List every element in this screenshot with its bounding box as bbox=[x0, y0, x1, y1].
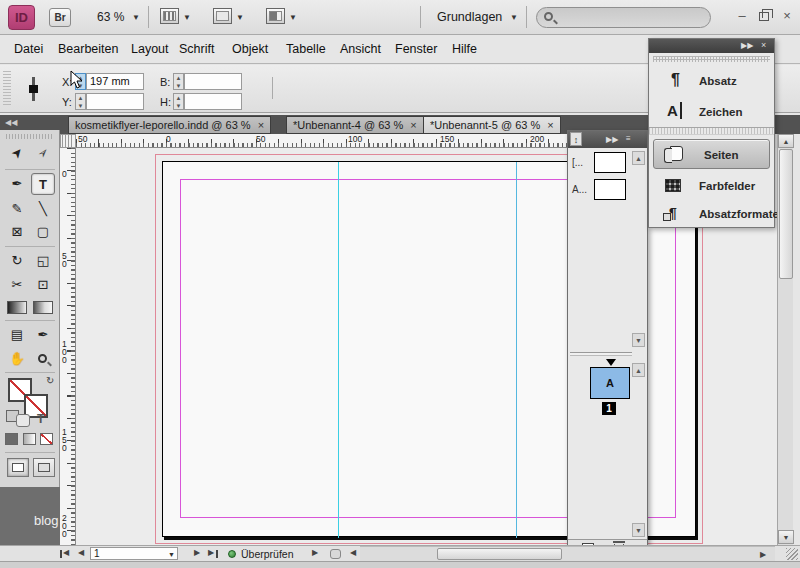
page-number-badge[interactable]: 1 bbox=[602, 402, 616, 415]
spin-up-icon[interactable]: ▲ bbox=[174, 74, 183, 82]
menu-fenster[interactable]: Fenster bbox=[395, 42, 437, 56]
pencil-tool-icon[interactable]: ✎ bbox=[5, 198, 29, 220]
dock-item-absatzformate[interactable]: ¶ Absatzformate bbox=[649, 199, 774, 229]
scrollbar-thumb[interactable] bbox=[779, 149, 793, 279]
rotate-tool-icon[interactable]: ↻ bbox=[5, 250, 29, 272]
line-tool-icon[interactable]: ╲ bbox=[31, 198, 55, 220]
tools-panel-header[interactable]: ◀◀ bbox=[0, 115, 60, 130]
gradient-feather-tool-icon[interactable] bbox=[31, 297, 55, 319]
resize-grip[interactable] bbox=[786, 548, 798, 560]
zoom-level-value[interactable]: 63 % bbox=[97, 10, 124, 24]
spin-up-icon[interactable]: ▲ bbox=[76, 94, 85, 102]
eyedropper-tool-icon[interactable]: ✒ bbox=[31, 324, 55, 346]
dock-item-zeichen[interactable]: A Zeichen bbox=[649, 97, 774, 127]
x-field[interactable]: 197 mm bbox=[86, 73, 144, 90]
master-none-label[interactable]: [... bbox=[572, 157, 583, 168]
column-guide[interactable] bbox=[338, 162, 339, 538]
rectangle-tool-icon[interactable]: ▢ bbox=[31, 221, 55, 243]
master-a-label[interactable]: A... bbox=[572, 184, 587, 195]
scale-tool-icon[interactable]: ◱ bbox=[31, 250, 55, 272]
tab-unbenannt-5[interactable]: *Unbenannt-5 @ 63 %× bbox=[423, 116, 561, 134]
free-transform-tool-icon[interactable]: ⊡ bbox=[31, 274, 55, 296]
tab-kosmetikflyer[interactable]: kosmetikflyer-leporello.indd @ 63 %× bbox=[68, 116, 271, 134]
bridge-button[interactable]: Br bbox=[49, 8, 71, 27]
close-tab-icon[interactable]: × bbox=[258, 119, 264, 131]
workspace-chevron-icon[interactable]: ▼ bbox=[510, 13, 518, 22]
hand-tool-icon[interactable]: ✋ bbox=[5, 348, 29, 370]
first-page-button[interactable]: ◀ bbox=[63, 548, 69, 557]
horizontal-ruler[interactable]: 50 0 50 100 150 200 bbox=[76, 134, 567, 148]
screen-mode-icon[interactable] bbox=[266, 8, 285, 24]
preflight-options-icon[interactable] bbox=[330, 549, 341, 559]
column-guide[interactable] bbox=[516, 162, 517, 538]
panel-gripper[interactable] bbox=[653, 56, 770, 62]
gradient-tool-icon[interactable] bbox=[5, 297, 29, 319]
updown-arrows-icon[interactable]: ↕ bbox=[570, 132, 582, 146]
direct-selection-tool-icon[interactable]: ➢ bbox=[31, 142, 55, 164]
formatting-affects-container-icon[interactable] bbox=[16, 414, 30, 427]
expand-dock-icon[interactable]: ▶▶ bbox=[741, 41, 753, 50]
view-chevron-icon[interactable]: ▼ bbox=[183, 13, 191, 22]
b-stepper[interactable]: ▲ ▼ bbox=[173, 73, 184, 90]
normal-view-mode-button[interactable] bbox=[7, 458, 29, 477]
scroll-right-button[interactable]: ▶ bbox=[760, 550, 766, 559]
restore-button[interactable] bbox=[759, 12, 769, 21]
horizontal-scrollbar[interactable]: ▶ bbox=[360, 546, 775, 561]
zoom-tool-icon[interactable] bbox=[160, 8, 179, 24]
page-1-thumbnail[interactable]: A bbox=[590, 367, 630, 399]
minimize-button[interactable]: – bbox=[733, 9, 751, 23]
screen-mode-chevron-icon[interactable]: ▼ bbox=[289, 13, 297, 22]
scroll-down-button[interactable]: ▼ bbox=[778, 530, 794, 544]
page-number-field[interactable]: 1 bbox=[90, 547, 178, 560]
scroll-up-button[interactable]: ▲ bbox=[778, 134, 794, 148]
menu-tabelle[interactable]: Tabelle bbox=[286, 42, 326, 56]
preview-mode-button[interactable] bbox=[33, 458, 55, 477]
vertical-scrollbar[interactable]: ▲ ▼ bbox=[777, 134, 793, 545]
apply-none-button[interactable] bbox=[40, 433, 53, 445]
zoom-tool-icon[interactable] bbox=[31, 348, 55, 370]
master-a-thumbnail[interactable] bbox=[594, 179, 626, 200]
preflight-menu-button[interactable]: ▶ bbox=[312, 548, 318, 557]
apply-color-button[interactable] bbox=[5, 433, 18, 445]
next-page-button[interactable]: ▶ bbox=[194, 548, 200, 557]
tab-unbenannt-4[interactable]: *Unbenannt-4 @ 63 %× bbox=[286, 116, 424, 134]
spin-down-icon[interactable]: ▼ bbox=[174, 82, 183, 90]
dock-item-seiten[interactable]: Seiten bbox=[653, 139, 770, 169]
menu-layout[interactable]: Layout bbox=[131, 42, 169, 56]
menu-datei[interactable]: Datei bbox=[14, 42, 43, 56]
spin-down-icon[interactable]: ▼ bbox=[76, 102, 85, 110]
spin-down-icon[interactable]: ▼ bbox=[174, 102, 183, 110]
width-field[interactable] bbox=[184, 73, 242, 90]
close-window-button[interactable]: × bbox=[778, 9, 796, 23]
dock-header[interactable]: ▶▶ × bbox=[649, 39, 774, 53]
swap-fill-stroke-icon[interactable]: ↻ bbox=[46, 375, 54, 386]
scroll-down-button[interactable]: ▼ bbox=[632, 333, 645, 347]
search-input[interactable] bbox=[536, 7, 711, 28]
dock-item-absatz[interactable]: ¶ Absatz bbox=[649, 66, 774, 96]
selection-tool-icon[interactable]: ➤ bbox=[5, 142, 29, 164]
type-tool-icon[interactable]: T bbox=[31, 173, 55, 195]
menu-hilfe[interactable]: Hilfe bbox=[452, 42, 477, 56]
ruler-origin-corner[interactable] bbox=[60, 134, 76, 148]
menu-ansicht[interactable]: Ansicht bbox=[340, 42, 381, 56]
pages-panel-header[interactable]: ↕ ▶▶ ≡ bbox=[568, 131, 647, 148]
formatting-affects-text-icon[interactable]: T bbox=[37, 412, 44, 426]
panel-splitter[interactable] bbox=[570, 352, 632, 356]
preflight-label[interactable]: Überprüfen bbox=[241, 548, 294, 560]
y-field[interactable] bbox=[86, 93, 144, 110]
previous-page-button[interactable]: ◀ bbox=[78, 548, 84, 557]
zoom-chevron-icon[interactable]: ▼ bbox=[132, 13, 140, 22]
panel-gripper[interactable] bbox=[6, 134, 52, 139]
view-options-icon[interactable] bbox=[213, 8, 232, 24]
apply-gradient-button[interactable] bbox=[23, 433, 36, 445]
scroll-down-button[interactable]: ▼ bbox=[632, 523, 645, 537]
scroll-left-button[interactable]: ◀ bbox=[350, 548, 356, 557]
close-tab-icon[interactable]: × bbox=[410, 119, 416, 131]
panel-gripper[interactable] bbox=[3, 71, 11, 107]
scissors-tool-icon[interactable]: ✂ bbox=[5, 274, 29, 296]
scroll-up-button[interactable]: ▲ bbox=[632, 151, 645, 165]
master-none-thumbnail[interactable] bbox=[594, 152, 626, 173]
close-dock-icon[interactable]: × bbox=[761, 40, 766, 50]
menu-objekt[interactable]: Objekt bbox=[232, 42, 268, 56]
scroll-up-button[interactable]: ▲ bbox=[632, 363, 645, 377]
